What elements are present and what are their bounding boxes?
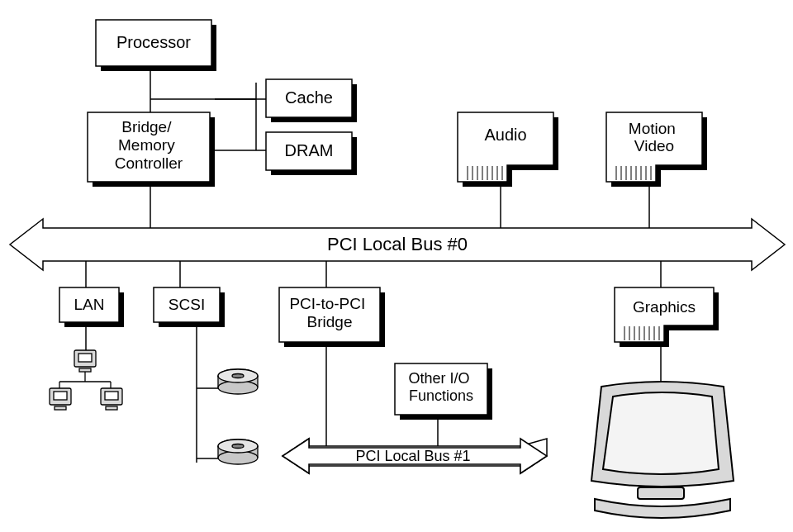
processor-box: Processor bbox=[96, 20, 216, 71]
bridge-memory-controller-box: Bridge/ Memory Controller bbox=[88, 112, 215, 187]
lan-computers-icon bbox=[50, 350, 122, 410]
svg-text:Audio: Audio bbox=[484, 126, 526, 144]
monitor-icon bbox=[591, 382, 734, 518]
svg-rect-75 bbox=[79, 368, 91, 372]
svg-rect-74 bbox=[78, 354, 92, 362]
other-io-box: Other I/O Functions bbox=[395, 363, 492, 420]
audio-card: Audio bbox=[458, 112, 558, 187]
svg-text:Cache: Cache bbox=[285, 88, 333, 107]
pci-to-pci-bridge-box: PCI-to-PCI Bridge bbox=[279, 287, 385, 347]
svg-point-97 bbox=[232, 444, 244, 449]
svg-rect-81 bbox=[54, 392, 67, 400]
scsi-disks-icon bbox=[218, 369, 258, 464]
svg-rect-82 bbox=[55, 406, 66, 410]
svg-text:Graphics: Graphics bbox=[633, 298, 696, 316]
cache-box: Cache bbox=[266, 79, 357, 122]
svg-text:Motion
      Video: Motion Video bbox=[629, 120, 680, 154]
pci-local-bus-0: PCI Local Bus #0 bbox=[10, 219, 785, 270]
motion-video-card: Motion Video bbox=[606, 112, 707, 187]
svg-text:Other I/O
      Functions: Other I/O Functions bbox=[408, 370, 473, 404]
svg-text:LAN: LAN bbox=[74, 296, 105, 313]
dram-box: DRAM bbox=[266, 132, 357, 175]
lan-box: LAN bbox=[59, 287, 124, 327]
graphics-card: Graphics bbox=[615, 287, 719, 347]
svg-rect-84 bbox=[105, 392, 118, 400]
bus1-label: PCI Local Bus #1 bbox=[355, 448, 470, 464]
svg-text:Bridge/
      Memory
      Con: Bridge/ Memory Controller bbox=[115, 118, 183, 172]
bus0-label: PCI Local Bus #0 bbox=[327, 234, 468, 254]
svg-rect-85 bbox=[106, 406, 117, 410]
svg-text:DRAM: DRAM bbox=[285, 141, 334, 159]
svg-rect-100 bbox=[638, 487, 684, 499]
scsi-box: SCSI bbox=[154, 287, 225, 327]
pci-local-bus-1: PCI Local Bus #1 bbox=[283, 439, 547, 473]
svg-text:Processor: Processor bbox=[116, 33, 191, 51]
svg-point-90 bbox=[232, 374, 244, 378]
svg-text:SCSI: SCSI bbox=[169, 296, 205, 313]
